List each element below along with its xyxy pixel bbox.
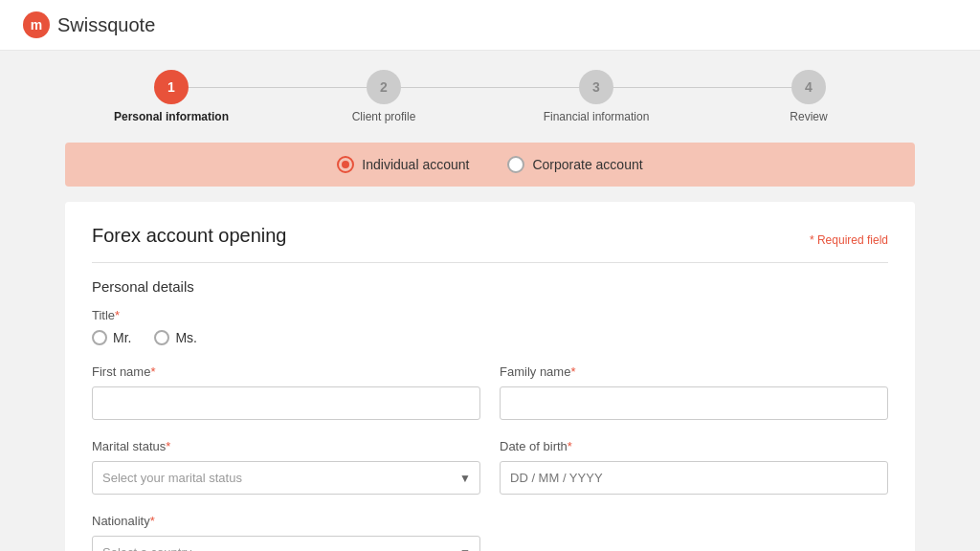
family-name-label: Family name* — [500, 364, 888, 379]
step-2-circle: 2 — [367, 70, 401, 104]
individual-radio-circle — [337, 156, 354, 173]
first-name-input[interactable] — [92, 386, 480, 420]
form-title-row: Forex account opening * Required field — [92, 225, 888, 251]
dob-input[interactable] — [500, 461, 888, 495]
marital-status-select[interactable]: Select your marital status — [92, 461, 480, 495]
name-row: First name* Family name* — [92, 364, 888, 420]
first-name-group: First name* — [92, 364, 480, 420]
nationality-row: Nationality* Select a country ▼ — [92, 514, 888, 551]
title-radio-row: Mr. Ms. — [92, 330, 888, 345]
step-2: 2 Client profile — [278, 70, 490, 123]
title-required-star: * — [115, 308, 120, 322]
title-field-group: Title* Mr. Ms. — [92, 308, 888, 345]
dob-required-star: * — [568, 439, 572, 453]
stepper: 1 Personal information 2 Client profile … — [65, 70, 915, 123]
first-name-required-star: * — [150, 364, 155, 379]
step-4-circle: 4 — [791, 70, 826, 104]
step-1: 1 Personal information — [65, 70, 278, 123]
marital-status-group: Marital status* Select your marital stat… — [92, 439, 480, 495]
nationality-group: Nationality* Select a country ▼ — [92, 514, 480, 551]
ms-option[interactable]: Ms. — [154, 330, 197, 345]
step-4-label: Review — [790, 110, 827, 123]
required-notice: * Required field — [810, 233, 888, 247]
individual-account-option[interactable]: Individual account — [337, 156, 469, 173]
app-header: m Swissquote — [0, 0, 980, 51]
mr-option[interactable]: Mr. — [92, 330, 131, 345]
step-3: 3 Financial information — [490, 70, 702, 123]
individual-account-label: Individual account — [362, 157, 469, 172]
family-name-group: Family name* — [500, 364, 888, 420]
corporate-account-option[interactable]: Corporate account — [507, 156, 642, 173]
nationality-label: Nationality* — [92, 514, 480, 528]
mr-label: Mr. — [113, 330, 131, 345]
main-content: 1 Personal information 2 Client profile … — [50, 51, 930, 551]
step-1-circle: 1 — [154, 70, 189, 104]
step-3-label: Financial information — [544, 110, 650, 123]
marital-dob-row: Marital status* Select your marital stat… — [92, 439, 888, 495]
dob-label: Date of birth* — [500, 439, 888, 453]
account-type-bar: Individual account Corporate account — [65, 143, 915, 187]
mr-radio-circle — [92, 330, 107, 345]
first-name-label: First name* — [92, 364, 480, 379]
nationality-required-star: * — [150, 514, 155, 528]
corporate-radio-circle — [507, 156, 524, 173]
title-label: Title* — [92, 308, 888, 322]
step-2-label: Client profile — [352, 110, 416, 123]
form-card: Forex account opening * Required field P… — [65, 202, 915, 551]
marital-select-wrapper: Select your marital status ▼ — [92, 461, 480, 495]
ms-radio-circle — [154, 330, 169, 345]
marital-required-star: * — [166, 439, 170, 453]
step-1-label: Personal information — [114, 110, 229, 123]
form-title: Forex account opening — [92, 225, 286, 247]
nationality-select[interactable]: Select a country — [92, 536, 480, 551]
nationality-select-wrapper: Select a country ▼ — [92, 536, 480, 551]
marital-status-label: Marital status* — [92, 439, 480, 453]
dob-group: Date of birth* — [500, 439, 888, 495]
section-title: Personal details — [92, 278, 888, 295]
family-name-input[interactable] — [500, 386, 888, 420]
section-divider — [92, 262, 888, 263]
step-3-circle: 3 — [579, 70, 613, 104]
corporate-account-label: Corporate account — [532, 157, 642, 172]
logo-text: Swissquote — [57, 14, 155, 36]
family-name-required-star: * — [570, 364, 575, 379]
logo-icon: m — [23, 11, 50, 38]
logo: m Swissquote — [23, 11, 155, 38]
ms-label: Ms. — [175, 330, 197, 345]
step-4: 4 Review — [702, 70, 915, 123]
